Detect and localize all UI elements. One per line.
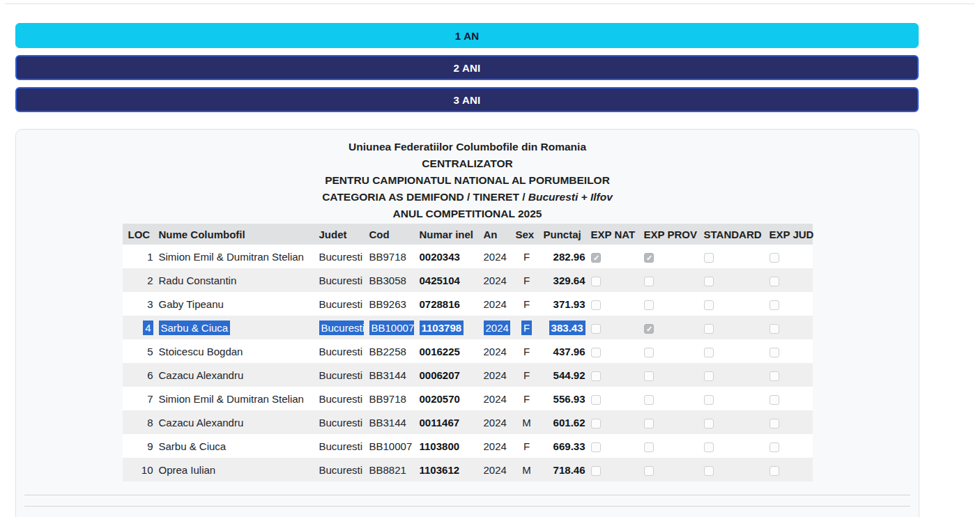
cell-sex: F bbox=[510, 387, 538, 410]
exp-jud-checkbox[interactable] bbox=[770, 442, 779, 452]
cell-text-nume: Sarbu & Ciuca bbox=[159, 440, 227, 452]
standard-checkbox[interactable] bbox=[704, 371, 714, 381]
standard-checkbox[interactable] bbox=[704, 300, 714, 310]
exp-jud-checkbox[interactable] bbox=[770, 324, 779, 334]
standard-checkbox[interactable] bbox=[704, 253, 714, 263]
exp-jud-checkbox[interactable] bbox=[770, 348, 779, 357]
exp-nat-checkbox[interactable] bbox=[591, 371, 601, 381]
exp-jud-checkbox[interactable] bbox=[770, 395, 779, 405]
age-filter-buttons: 1 AN 2 ANI 3 ANI bbox=[15, 23, 919, 112]
cell-nume: Stoicescu Bogdan bbox=[153, 339, 314, 363]
cell-punctaj: 601.62 bbox=[538, 410, 585, 434]
standard-checkbox[interactable] bbox=[704, 395, 714, 405]
standard-checkbox[interactable] bbox=[704, 419, 714, 429]
standard-checkbox[interactable] bbox=[704, 442, 714, 452]
cell-an: 2024 bbox=[478, 458, 510, 481]
exp-jud-checkbox[interactable] bbox=[770, 371, 779, 381]
standard-checkbox[interactable] bbox=[704, 466, 714, 476]
cell-sex: F bbox=[510, 292, 538, 316]
exp-jud-checkbox[interactable] bbox=[770, 419, 779, 429]
cell-text-cod: BB3144 bbox=[369, 417, 406, 429]
exp-prov-checkbox[interactable] bbox=[644, 253, 654, 263]
cell-judet: Bucuresti bbox=[314, 245, 364, 268]
exp-nat-checkbox[interactable] bbox=[591, 277, 601, 286]
cell-text-judet: Bucuresti bbox=[319, 275, 363, 286]
results-table-head: LOCNume ColumbofilJudetCodNumar inelAnSe… bbox=[123, 224, 813, 245]
exp-nat-checkbox[interactable] bbox=[591, 395, 601, 405]
cell-exp_nat bbox=[585, 387, 638, 410]
exp-prov-checkbox[interactable] bbox=[644, 442, 654, 452]
cell-text-sex: F bbox=[523, 275, 530, 286]
cell-text-an: 2024 bbox=[484, 275, 507, 286]
cell-standard bbox=[698, 363, 764, 387]
exp-nat-checkbox[interactable] bbox=[591, 348, 601, 357]
table-row: 7Simion Emil & Dumitran StelianBucuresti… bbox=[123, 387, 813, 410]
cell-exp_prov bbox=[638, 387, 698, 410]
cell-nume: Gaby Tipeanu bbox=[153, 292, 314, 316]
table-row: 3Gaby TipeanuBucurestiBB926307288162024F… bbox=[123, 292, 813, 316]
cell-nume: Cazacu Alexandru bbox=[153, 363, 314, 387]
exp-prov-checkbox[interactable] bbox=[644, 466, 654, 476]
divider bbox=[24, 506, 910, 507]
top-divider bbox=[5, 3, 974, 4]
standard-checkbox[interactable] bbox=[704, 348, 714, 357]
cell-sex: F bbox=[510, 268, 538, 292]
exp-jud-checkbox[interactable] bbox=[770, 277, 779, 286]
filter-button-3-ani[interactable]: 3 ANI bbox=[15, 87, 919, 112]
cell-exp_jud bbox=[764, 434, 813, 458]
cell-sex: M bbox=[510, 410, 538, 434]
cell-text-punctaj: 601.62 bbox=[553, 417, 585, 429]
cell-punctaj: 383.43 bbox=[538, 316, 585, 339]
exp-nat-checkbox[interactable] bbox=[591, 253, 601, 263]
cell-text-an: 2024 bbox=[484, 321, 510, 335]
filter-button-2-ani[interactable]: 2 ANI bbox=[15, 55, 919, 80]
exp-prov-checkbox[interactable] bbox=[644, 300, 654, 310]
exp-jud-checkbox[interactable] bbox=[770, 300, 779, 310]
cell-cod: BB9718 bbox=[364, 245, 414, 268]
cell-inel: 0020570 bbox=[414, 387, 478, 410]
cell-exp_nat bbox=[585, 363, 638, 387]
exp-prov-checkbox[interactable] bbox=[644, 277, 654, 286]
exp-prov-checkbox[interactable] bbox=[644, 419, 654, 429]
cell-standard bbox=[698, 339, 764, 363]
column-header-exp_jud: EXP JUD bbox=[764, 224, 813, 245]
cell-loc: 2 bbox=[123, 268, 153, 292]
standard-checkbox[interactable] bbox=[704, 324, 714, 334]
exp-prov-checkbox[interactable] bbox=[644, 371, 654, 381]
cell-sex: F bbox=[510, 339, 538, 363]
table-row: 8Cazacu AlexandruBucurestiBB314400114672… bbox=[123, 410, 813, 434]
cell-text-nume: Sarbu & Ciuca bbox=[159, 321, 231, 335]
report-category-line: CATEGORIA AS DEMIFOND / TINERET / Bucure… bbox=[16, 189, 919, 206]
exp-prov-checkbox[interactable] bbox=[644, 348, 654, 357]
exp-prov-checkbox[interactable] bbox=[644, 324, 654, 334]
table-row: 9Sarbu & CiucaBucurestiBB100071103800202… bbox=[123, 434, 813, 458]
cell-text-judet: Bucuresti bbox=[319, 393, 363, 405]
cell-text-nume: Stoicescu Bogdan bbox=[159, 346, 243, 357]
cell-text-judet: Bucuresti bbox=[319, 440, 363, 452]
column-header-loc: LOC bbox=[123, 224, 153, 245]
exp-nat-checkbox[interactable] bbox=[591, 442, 601, 452]
exp-jud-checkbox[interactable] bbox=[770, 253, 779, 263]
cell-nume: Simion Emil & Dumitran Stelian bbox=[153, 387, 314, 410]
exp-jud-checkbox[interactable] bbox=[770, 466, 779, 476]
cell-text-punctaj: 669.33 bbox=[553, 440, 585, 452]
cell-text-judet: Bucuresti bbox=[319, 321, 364, 335]
standard-checkbox[interactable] bbox=[704, 277, 714, 286]
cell-text-nume: Oprea Iulian bbox=[159, 464, 216, 476]
exp-prov-checkbox[interactable] bbox=[644, 395, 654, 405]
report-title-block: Uniunea Federatiilor Columbofile din Rom… bbox=[16, 139, 919, 222]
cell-inel: 0425104 bbox=[414, 268, 478, 292]
cell-punctaj: 544.92 bbox=[538, 363, 585, 387]
exp-nat-checkbox[interactable] bbox=[591, 324, 601, 334]
cell-text-an: 2024 bbox=[484, 417, 507, 429]
cell-nume: Cazacu Alexandru bbox=[153, 410, 314, 434]
cell-text-punctaj: 282.96 bbox=[553, 251, 585, 263]
exp-nat-checkbox[interactable] bbox=[591, 419, 601, 429]
filter-button-1-an[interactable]: 1 AN bbox=[15, 23, 919, 48]
cell-text-punctaj: 371.93 bbox=[553, 298, 585, 310]
exp-nat-checkbox[interactable] bbox=[591, 466, 601, 476]
cell-exp_prov bbox=[638, 292, 698, 316]
cell-loc: 10 bbox=[123, 458, 153, 481]
exp-nat-checkbox[interactable] bbox=[591, 300, 601, 310]
cell-loc: 9 bbox=[123, 434, 153, 458]
